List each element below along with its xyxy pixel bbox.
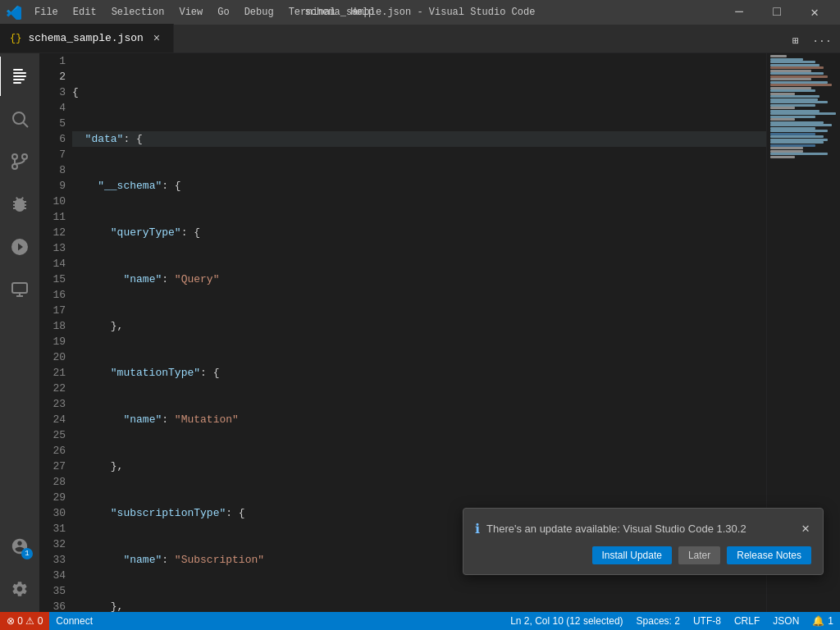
code-line-1: { [72,84,766,100]
notification-actions: Install Update Later Release Notes [475,546,811,564]
notification-text: ℹ There's an update available: Visual St… [475,521,746,536]
status-line-ending[interactable]: CRLF [728,612,766,630]
info-icon: ℹ [475,521,480,536]
status-bar-right: Ln 2, Col 10 (12 selected) Spaces: 2 UTF… [504,612,840,630]
cursor-position: Ln 2, Col 10 (12 selected) [510,615,623,627]
tab-file-icon: {} [10,33,21,44]
code-line-9: }, [72,459,766,474]
code-line-6: }, [72,318,766,334]
code-line-3: "__schema": { [72,178,766,194]
more-actions-button[interactable]: ··· [810,30,833,52]
activity-accounts[interactable]: 1 [0,527,39,566]
menu-debug[interactable]: Debug [238,5,281,20]
activity-bar: 1 [0,53,39,612]
tab-bar-actions: ⊞ ··· [784,30,840,52]
release-notes-button[interactable]: Release Notes [727,546,811,564]
notification-close-button[interactable]: ✕ [800,518,811,538]
tab-close-button[interactable]: × [150,32,163,45]
menu-edit[interactable]: Edit [66,5,103,20]
status-language[interactable]: JSON [766,612,806,630]
main-area: 1 1 2 3 4 5 6 7 8 9 10 11 1 [0,53,840,612]
status-bar: ⊗ 0 ⚠ 0 Connect Ln 2, Col 10 (12 selecte… [0,612,840,630]
activity-bar-bottom: 1 [0,527,39,609]
svg-rect-4 [13,82,21,84]
svg-point-7 [12,164,17,169]
tab-schema-sample[interactable]: {} schema_sample.json × [0,24,174,52]
svg-rect-0 [13,69,23,71]
minimize-button[interactable]: ─ [720,0,758,25]
activity-search[interactable] [0,99,39,139]
later-button[interactable]: Later [678,546,720,564]
code-editor[interactable]: 1 2 3 4 5 6 7 8 9 10 11 12 13 14 15 16 1… [39,53,840,612]
tab-bar: {} schema_sample.json × ⊞ ··· [0,25,840,53]
menu-go[interactable]: Go [211,5,235,20]
title-bar-controls: ─ □ ✕ [720,0,833,25]
language-mode: JSON [773,615,799,627]
status-encoding[interactable]: UTF-8 [687,612,728,630]
activity-remote[interactable] [0,270,39,309]
activity-source-control[interactable] [0,142,39,181]
status-bar-left: ⊗ 0 ⚠ 0 Connect [0,612,99,630]
svg-point-5 [13,112,25,124]
code-line-8: "name": "Mutation" [72,412,766,427]
svg-point-8 [22,154,27,159]
error-count: ⊗ 0 ⚠ 0 [7,615,43,627]
svg-rect-11 [12,283,27,293]
status-bell[interactable]: 🔔 1 [806,612,840,630]
status-spaces[interactable]: Spaces: 2 [630,612,687,630]
notification-count: 1 [828,615,833,627]
svg-rect-1 [13,72,26,74]
status-position[interactable]: Ln 2, Col 10 (12 selected) [504,612,629,630]
connect-label: Connect [56,615,93,627]
title-bar: File Edit Selection View Go Debug Termin… [0,0,840,25]
line-ending: CRLF [734,615,760,627]
activity-settings[interactable] [0,569,39,609]
code-line-7: "mutationType": { [72,365,766,381]
vscode-logo [7,5,21,20]
code-line-5: "name": "Query" [72,272,766,287]
menu-file[interactable]: File [28,5,65,20]
indentation: Spaces: 2 [637,615,680,627]
maximize-button[interactable]: □ [758,0,796,25]
svg-rect-2 [13,75,26,77]
tab-label: schema_sample.json [28,32,143,44]
code-line-4: "queryType": { [72,225,766,240]
code-line-2: "data": { [72,131,766,147]
accounts-badge: 1 [21,548,33,559]
svg-rect-3 [13,79,25,80]
line-numbers: 1 2 3 4 5 6 7 8 9 10 11 12 13 14 15 16 1… [39,53,72,612]
window-title: schema_sample.json - Visual Studio Code [305,7,536,18]
notification-header: ℹ There's an update available: Visual St… [475,518,811,538]
svg-line-6 [24,123,29,128]
status-errors[interactable]: ⊗ 0 ⚠ 0 [0,612,49,630]
status-connect[interactable]: Connect [49,612,99,630]
menu-selection[interactable]: Selection [105,5,171,20]
editor-area: 1 2 3 4 5 6 7 8 9 10 11 12 13 14 15 16 1… [39,53,840,612]
notification-message: There's an update available: Visual Stud… [486,523,746,535]
install-update-button[interactable]: Install Update [592,546,672,564]
file-encoding: UTF-8 [693,615,721,627]
split-editor-button[interactable]: ⊞ [784,30,807,52]
activity-debug[interactable] [0,227,39,267]
activity-explorer[interactable] [0,57,39,96]
update-notification: ℹ There's an update available: Visual St… [463,508,824,575]
menu-view[interactable]: View [172,5,209,20]
svg-point-9 [12,154,17,159]
activity-extensions[interactable] [0,185,39,224]
close-button[interactable]: ✕ [796,0,833,25]
bell-icon: 🔔 [812,615,824,627]
code-line-12: }, [72,599,766,612]
